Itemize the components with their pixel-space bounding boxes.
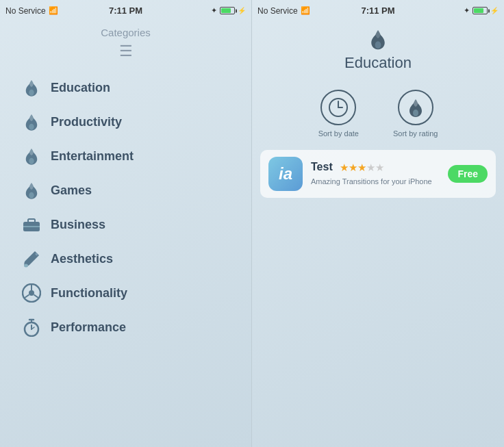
sidebar-item-games[interactable]: Games bbox=[14, 174, 238, 207]
flame-icon-games bbox=[22, 181, 41, 200]
app-list: ia Test ★★★★★ Amazing Transitions for yo… bbox=[252, 150, 504, 447]
svg-point-19 bbox=[375, 41, 381, 49]
flame-icon-productivity bbox=[22, 112, 41, 131]
category-list: Education Productivity Ent bbox=[0, 68, 251, 447]
sidebar-item-education[interactable]: Education bbox=[14, 71, 238, 104]
sort-by-date-button[interactable]: Sort by date bbox=[318, 90, 359, 138]
no-service-label-left: No Service bbox=[5, 6, 46, 16]
svg-point-23 bbox=[413, 110, 418, 116]
sidebar-item-entertainment[interactable]: Entertainment bbox=[14, 140, 238, 173]
sidebar-item-label-aesthetics: Aesthetics bbox=[51, 252, 113, 266]
sort-buttons-container: Sort by date Sort by rating bbox=[252, 83, 504, 150]
app-icon-test: ia bbox=[268, 157, 303, 191]
categories-title: Categories bbox=[101, 27, 151, 38]
flame-icon-header bbox=[369, 28, 387, 53]
svg-point-0 bbox=[29, 90, 34, 96]
svg-point-7 bbox=[24, 264, 28, 268]
svg-line-12 bbox=[25, 295, 29, 298]
sort-by-rating-button[interactable]: Sort by rating bbox=[393, 90, 438, 138]
sidebar-item-label-education: Education bbox=[51, 81, 110, 95]
sidebar-item-business[interactable]: Business bbox=[14, 208, 238, 241]
no-service-label-right: No Service bbox=[257, 6, 298, 16]
right-panel-title: Education bbox=[344, 54, 412, 72]
battery-fill-left bbox=[221, 8, 231, 13]
flame-icon-education bbox=[22, 78, 41, 97]
battery-right bbox=[473, 7, 488, 14]
stopwatch-icon bbox=[22, 318, 41, 337]
svg-point-3 bbox=[29, 192, 34, 199]
right-panel: No Service 📶 7:11 PM ✦ ⚡ Education bbox=[252, 0, 504, 447]
app-name: Test bbox=[311, 161, 333, 173]
sidebar-item-aesthetics[interactable]: Aesthetics bbox=[14, 242, 238, 275]
right-status-right: ✦ ⚡ bbox=[464, 6, 499, 15]
bluetooth-icon-right: ✦ bbox=[464, 6, 470, 15]
briefcase-icon bbox=[22, 215, 41, 234]
charging-icon-right: ⚡ bbox=[490, 7, 499, 14]
app-description: Amazing Transitions for your iPhone bbox=[311, 177, 432, 186]
app-info-test: Test ★★★★★ Amazing Transitions for your … bbox=[311, 161, 440, 187]
bluetooth-icon-left: ✦ bbox=[211, 6, 217, 15]
sidebar-item-label-entertainment: Entertainment bbox=[51, 149, 134, 164]
wifi-icon-right: 📶 bbox=[301, 6, 310, 15]
sidebar-item-productivity[interactable]: Productivity bbox=[14, 105, 238, 138]
flame-icon-entertainment bbox=[22, 146, 41, 166]
left-status-left: No Service 📶 bbox=[5, 6, 58, 16]
svg-point-10 bbox=[29, 290, 34, 296]
brush-icon bbox=[22, 249, 41, 268]
right-status-bar: No Service 📶 7:11 PM ✦ ⚡ bbox=[252, 0, 504, 21]
svg-rect-5 bbox=[28, 219, 35, 222]
left-status-right: ✦ ⚡ bbox=[211, 6, 246, 15]
sort-by-date-label: Sort by date bbox=[318, 129, 359, 138]
wifi-icon-left: 📶 bbox=[49, 6, 58, 15]
sidebar-item-label-games: Games bbox=[51, 183, 92, 198]
svg-point-1 bbox=[29, 124, 34, 130]
sidebar-item-label-performance: Performance bbox=[51, 320, 126, 335]
battery-fill-right bbox=[474, 8, 483, 13]
list-icon[interactable]: ☰ bbox=[119, 42, 133, 60]
app-item-test[interactable]: ia Test ★★★★★ Amazing Transitions for yo… bbox=[260, 150, 496, 198]
battery-left bbox=[220, 7, 235, 14]
sidebar-item-performance[interactable]: Performance bbox=[14, 311, 238, 344]
left-status-bar: No Service 📶 7:11 PM ✦ ⚡ bbox=[0, 0, 251, 21]
steering-wheel-icon bbox=[22, 283, 41, 303]
right-header: Education bbox=[252, 21, 504, 83]
app-icon-letter: ia bbox=[279, 164, 292, 183]
sidebar-item-label-functionality: Functionality bbox=[51, 286, 127, 301]
right-status-left: No Service 📶 bbox=[257, 6, 310, 16]
charging-icon-left: ⚡ bbox=[238, 7, 246, 14]
sidebar-item-functionality[interactable]: Functionality bbox=[14, 277, 238, 309]
categories-header: Categories ☰ bbox=[0, 21, 251, 68]
left-panel: No Service 📶 7:11 PM ✦ ⚡ Categories ☰ bbox=[0, 0, 252, 447]
star-rating: ★★★★★ bbox=[340, 162, 384, 174]
svg-line-13 bbox=[34, 295, 39, 298]
clock-icon bbox=[320, 90, 356, 125]
time-right: 7:11 PM bbox=[361, 5, 394, 16]
flame-sort-icon bbox=[398, 90, 433, 125]
time-left: 7:11 PM bbox=[109, 5, 142, 16]
sidebar-item-label-productivity: Productivity bbox=[51, 115, 122, 129]
svg-point-2 bbox=[29, 158, 34, 164]
sidebar-item-label-business: Business bbox=[51, 218, 105, 232]
app-price-button[interactable]: Free bbox=[448, 165, 488, 183]
sort-by-rating-label: Sort by rating bbox=[393, 129, 438, 138]
